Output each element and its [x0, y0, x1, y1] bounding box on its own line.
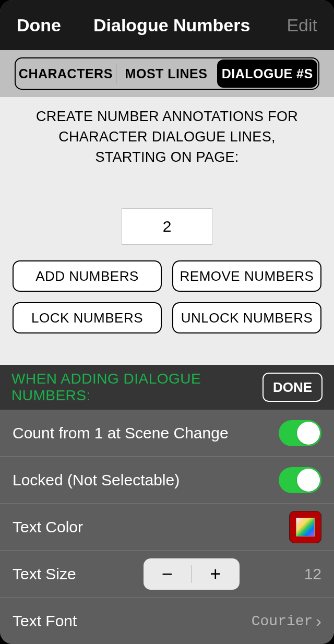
add-numbers-button[interactable]: ADD NUMBERS [13, 260, 162, 292]
starting-page-input[interactable] [122, 208, 212, 245]
options-done-button[interactable]: DONE [263, 373, 323, 402]
size-decrement-button[interactable]: − [144, 558, 192, 590]
row-locked: Locked (Not Selectable) [0, 457, 334, 504]
remove-numbers-button[interactable]: REMOVE NUMBERS [172, 260, 321, 292]
row-count-from-scene: Count from 1 at Scene Change [0, 410, 334, 457]
text-color-label: Text Color [13, 518, 289, 536]
row-text-font[interactable]: Text Font Courier › [0, 598, 334, 644]
toggle-knob [297, 422, 320, 445]
options-panel: WHEN ADDING DIALOGUE NUMBERS: DONE Count… [0, 365, 334, 644]
text-size-stepper: − + [144, 558, 240, 590]
unlock-numbers-button[interactable]: UNLOCK NUMBERS [172, 302, 321, 333]
count-from-scene-toggle[interactable] [279, 420, 321, 446]
chevron-right-icon: › [316, 612, 321, 631]
size-increment-button[interactable]: + [192, 558, 240, 590]
row-text-size: Text Size − + 12 [0, 551, 334, 598]
tab-dialogue-numbers[interactable]: DIALOGUE #S [217, 59, 317, 88]
locked-label: Locked (Not Selectable) [13, 471, 279, 489]
lock-numbers-button[interactable]: LOCK NUMBERS [13, 302, 162, 333]
tab-characters[interactable]: CHARACTERS [16, 58, 116, 89]
text-font-value: Courier [252, 613, 313, 629]
main-panel: CREATE NUMBER ANNOTATIONS FOR CHARACTER … [0, 97, 334, 365]
tab-most-lines[interactable]: MOST LINES [116, 58, 217, 89]
options-heading: WHEN ADDING DIALOGUE NUMBERS: [11, 371, 263, 404]
text-size-label: Text Size [13, 565, 144, 583]
row-text-color: Text Color [0, 504, 334, 551]
color-swatch-icon [296, 518, 315, 536]
options-header: WHEN ADDING DIALOGUE NUMBERS: DONE [0, 365, 334, 410]
done-button[interactable]: Done [17, 15, 61, 35]
locked-toggle[interactable] [279, 467, 321, 493]
text-font-label: Text Font [13, 612, 252, 630]
top-tabs: CHARACTERS MOST LINES DIALOGUE #S [15, 57, 319, 90]
edit-button[interactable]: Edit [287, 15, 317, 35]
text-color-picker[interactable] [289, 511, 321, 543]
count-from-scene-label: Count from 1 at Scene Change [13, 424, 279, 442]
top-tab-bar: CHARACTERS MOST LINES DIALOGUE #S [0, 50, 334, 97]
toggle-knob [297, 469, 320, 492]
instruction-text: CREATE NUMBER ANNOTATIONS FOR CHARACTER … [13, 106, 321, 168]
text-size-value: 12 [304, 565, 321, 583]
header: Done Dialogue Numbers Edit [0, 0, 334, 50]
page-title: Dialogue Numbers [57, 15, 287, 35]
